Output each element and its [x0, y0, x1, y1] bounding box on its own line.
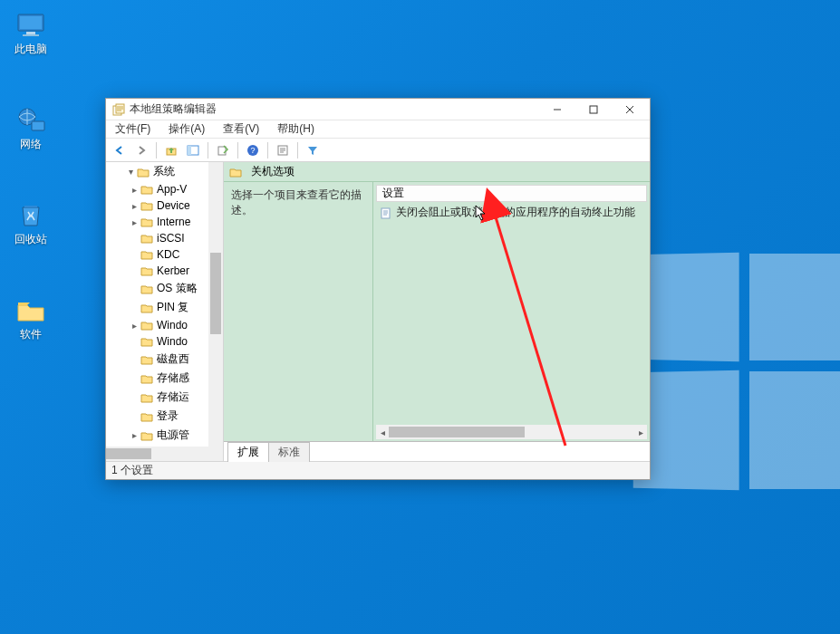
tree-item-label: Windo [157, 319, 188, 331]
menu-action[interactable]: 操作(A) [163, 120, 210, 138]
tree-item-14[interactable]: ▸电源管 [106, 426, 208, 445]
tree-item-label: Device [157, 199, 190, 212]
tab-extended[interactable]: 扩展 [227, 442, 269, 462]
desktop-icon-label: 回收站 [14, 232, 47, 247]
tree-item-9[interactable]: Windo [106, 333, 208, 350]
recycle-bin-icon [14, 201, 47, 230]
settings-column-header[interactable]: 设置 [376, 185, 647, 202]
expand-icon[interactable]: ▸ [130, 321, 139, 331]
tree-item-13[interactable]: 登录 [106, 407, 208, 426]
tree-item-10[interactable]: 磁盘西 [106, 350, 208, 369]
nav-forward-button[interactable] [131, 140, 151, 160]
filter-button[interactable] [303, 140, 323, 160]
show-hide-tree-button[interactable] [183, 140, 203, 160]
folder-icon [140, 233, 153, 244]
details-body: 选择一个项目来查看它的描述。 设置 关闭会阻止或取消关机的应用程序的自动终止功能… [224, 182, 650, 441]
maximize-button[interactable] [575, 100, 612, 120]
minimize-button[interactable] [539, 100, 575, 120]
svg-text:?: ? [250, 146, 255, 155]
tree-item-11[interactable]: 存储感 [106, 369, 208, 388]
close-button[interactable] [612, 100, 648, 120]
folder-icon [140, 303, 153, 313]
scroll-left-arrow[interactable]: ◂ [376, 425, 389, 439]
settings-horizontal-scrollbar[interactable]: ◂ ▸ [376, 425, 647, 439]
toolbar-separator [208, 142, 208, 158]
expand-icon[interactable]: ▸ [130, 185, 139, 195]
folder-icon [140, 411, 153, 422]
tree-item-5[interactable]: Kerber [106, 263, 208, 279]
view-tabs: 扩展 标准 [224, 441, 650, 461]
svg-rect-3 [23, 34, 39, 36]
tree-item-12[interactable]: 存储运 [106, 388, 208, 407]
tree-item-label: PIN 复 [157, 300, 188, 315]
folder-icon [140, 184, 153, 195]
toolbar: ? [106, 139, 650, 162]
desktop-icons: 此电脑 网络 回收站 软件 [5, 0, 60, 346]
menu-view[interactable]: 查看(V) [217, 120, 265, 138]
desktop-icon-recycle-bin[interactable]: 回收站 [5, 197, 56, 251]
description-pane: 选择一个项目来查看它的描述。 [224, 182, 373, 441]
tree-item-7[interactable]: PIN 复 [106, 298, 208, 317]
setting-label: 关闭会阻止或取消关机的应用程序的自动终止功能 [396, 205, 635, 220]
scrollbar-thumb[interactable] [210, 253, 221, 334]
folder-icon [140, 373, 153, 384]
expand-icon[interactable]: ▸ [130, 430, 139, 440]
network-icon [14, 106, 47, 135]
tree-item-8[interactable]: ▸Windo [106, 317, 208, 333]
tree-item-4[interactable]: KDC [106, 246, 208, 263]
tree-scroll[interactable]: ▾ 系统 ▸App-V▸Device▸InterneiSCSIKDCKerber… [106, 162, 208, 447]
settings-pane: 设置 关闭会阻止或取消关机的应用程序的自动终止功能 ◂ ▸ [373, 182, 650, 441]
tree-item-label: OS 策略 [157, 281, 198, 296]
setting-item-0[interactable]: 关闭会阻止或取消关机的应用程序的自动终止功能 [376, 203, 647, 222]
desktop-icon-network[interactable]: 网络 [5, 102, 56, 156]
scroll-corner [208, 447, 223, 461]
tree-vertical-scrollbar[interactable] [208, 162, 223, 447]
menu-file[interactable]: 文件(F) [110, 120, 156, 138]
properties-button[interactable] [273, 140, 293, 160]
tree-item-1[interactable]: ▸Device [106, 197, 208, 214]
collapse-icon[interactable]: ▾ [126, 167, 135, 177]
scroll-right-arrow[interactable]: ▸ [634, 425, 647, 439]
scrollbar-thumb[interactable] [389, 427, 525, 437]
tree-panel: ▾ 系统 ▸App-V▸Device▸InterneiSCSIKDCKerber… [106, 162, 224, 461]
scrollbar-thumb[interactable] [106, 448, 151, 459]
desktop-icon-label: 网络 [20, 137, 42, 152]
description-text: 选择一个项目来查看它的描述。 [231, 188, 362, 216]
nav-back-button[interactable] [110, 140, 130, 160]
up-folder-button[interactable] [161, 140, 181, 160]
tree-item-0[interactable]: ▸App-V [106, 181, 208, 197]
menu-help[interactable]: 帮助(H) [272, 120, 320, 138]
toolbar-separator [267, 142, 268, 158]
svg-rect-9 [590, 106, 597, 113]
details-header: 关机选项 [224, 162, 650, 182]
menubar: 文件(F) 操作(A) 查看(V) 帮助(H) [106, 120, 650, 139]
content-area: ▾ 系统 ▸App-V▸Device▸InterneiSCSIKDCKerber… [106, 162, 650, 461]
folder-icon [140, 320, 153, 331]
settings-list: 关闭会阻止或取消关机的应用程序的自动终止功能 [376, 203, 647, 423]
tree-horizontal-scrollbar[interactable] [106, 447, 208, 461]
svg-rect-1 [20, 16, 42, 29]
toolbar-separator [156, 142, 157, 158]
titlebar[interactable]: 本地组策略编辑器 [106, 99, 650, 120]
tree-item-label: KDC [157, 248, 179, 261]
tree-item-2[interactable]: ▸Interne [106, 214, 208, 230]
folder-icon [229, 167, 242, 178]
desktop-icon-this-pc[interactable]: 此电脑 [5, 7, 56, 61]
expand-icon[interactable]: ▸ [130, 217, 139, 227]
tab-standard[interactable]: 标准 [268, 442, 310, 462]
toolbar-separator [237, 142, 238, 158]
desktop-icon-software-folder[interactable]: 软件 [5, 293, 56, 346]
tree-root-system[interactable]: ▾ 系统 [106, 162, 208, 181]
gpedit-window: 本地组策略编辑器 文件(F) 操作(A) 查看(V) 帮助(H) ? ▾ [105, 98, 651, 480]
help-button[interactable]: ? [243, 140, 263, 160]
folder-icon [140, 265, 153, 276]
tree-root-label: 系统 [153, 164, 175, 179]
folder-icon [137, 167, 150, 178]
export-list-button[interactable] [213, 140, 233, 160]
details-panel: 关机选项 选择一个项目来查看它的描述。 设置 关闭会阻止或取消关机的应用程序的自… [224, 162, 650, 461]
statusbar: 1 个设置 [106, 461, 650, 479]
svg-rect-15 [218, 147, 226, 155]
tree-item-3[interactable]: iSCSI [106, 230, 208, 246]
tree-item-6[interactable]: OS 策略 [106, 279, 208, 298]
expand-icon[interactable]: ▸ [130, 201, 139, 211]
